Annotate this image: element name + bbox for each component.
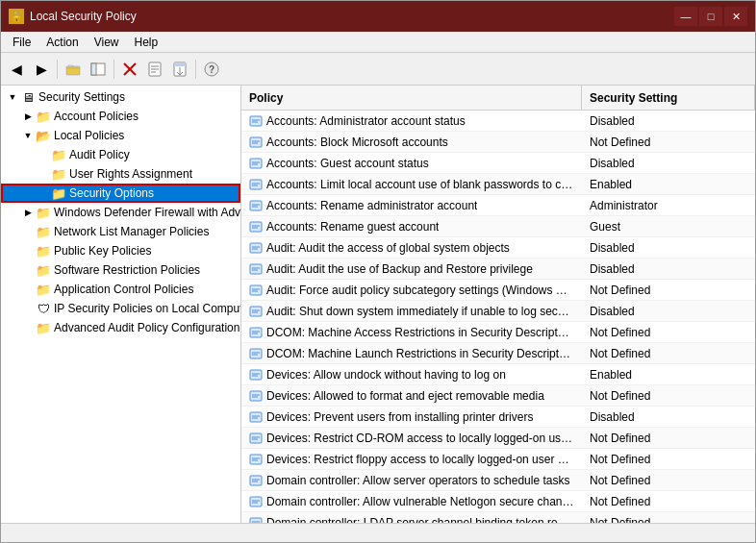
menu-file[interactable]: File [5,34,38,50]
folder-icon-user-rights: 📁 [51,166,66,182]
export-button[interactable] [168,58,191,81]
tree-item-ip-security[interactable]: ▶ 🛡 IP Security Policies on Local Comput… [1,299,240,318]
tree-item-windows-firewall[interactable]: ▶ 📁 Windows Defender Firewall with Adva.… [1,203,240,222]
folder-icon-network-list: 📁 [36,224,51,239]
delete-button[interactable] [118,58,141,81]
help-button[interactable]: ? [200,58,223,81]
tree-label-software-restriction: Software Restriction Policies [54,263,200,277]
list-row[interactable]: Audit: Shut down system immediately if u… [241,301,755,322]
list-row[interactable]: Audit: Audit the access of global system… [241,237,755,259]
list-row[interactable]: Audit: Audit the use of Backup and Resto… [241,259,755,280]
list-row[interactable]: Accounts: Block Microsoft accountsNot De… [241,132,755,153]
policy-cell: Devices: Restrict CD-ROM access to local… [241,430,582,447]
policy-cell: Devices: Restrict floppy access to local… [241,451,582,468]
tree-item-software-restriction[interactable]: ▶ 📁 Software Restriction Policies [1,260,240,280]
svg-rect-26 [250,201,262,210]
tree-item-network-list[interactable]: ▶ 📁 Network List Manager Policies [1,222,240,241]
security-setting: Not Defined [582,451,755,468]
tree-panel[interactable]: ▼ 🖥 Security Settings ▶ 📁 Account Polici… [1,86,241,523]
policy-name: Accounts: Guest account status [266,157,429,170]
minimize-button[interactable]: — [674,7,697,26]
tree-item-advanced-audit[interactable]: ▶ 📁 Advanced Audit Policy Configuration [1,318,240,337]
tree-item-audit-policy[interactable]: ▶ 📁 Audit Policy [1,145,240,164]
tree-label-audit-policy: Audit Policy [69,148,130,161]
maximize-button[interactable]: □ [699,7,722,26]
list-row[interactable]: Devices: Allow undock without having to … [241,364,755,385]
policy-name: Audit: Shut down system immediately if u… [266,305,574,318]
tree-item-security-options[interactable]: ▶ 📁 Security Options [1,184,240,203]
list-row[interactable]: Accounts: Rename guest accountGuest [241,216,755,237]
list-row[interactable]: Domain controller: LDAP server channel b… [241,512,755,523]
folder-icon-public-key: 📁 [36,243,51,259]
close-button[interactable]: ✕ [724,7,747,26]
menu-action[interactable]: Action [38,34,86,50]
policy-name: Accounts: Rename administrator account [266,199,477,212]
toolbar: ◀ ▶ ? [1,53,755,86]
list-body[interactable]: Accounts: Administrator account statusDi… [241,111,755,523]
expand-local-policies[interactable]: ▼ [20,128,36,143]
folder-up-button[interactable] [62,58,85,81]
tree-item-local-policies[interactable]: ▼ 📂 Local Policies [1,126,240,145]
list-row[interactable]: Devices: Restrict CD-ROM access to local… [241,428,755,449]
menu-view[interactable]: View [87,34,127,50]
tree-label-advanced-audit: Advanced Audit Policy Configuration [54,321,239,334]
tree-label-public-key: Public Key Policies [54,244,151,258]
svg-rect-65 [250,476,262,485]
header-setting[interactable]: Security Setting [582,86,755,110]
tree-item-security-settings[interactable]: ▼ 🖥 Security Settings [1,87,240,107]
svg-rect-35 [250,264,262,274]
expand-account-policies[interactable]: ▶ [20,109,36,124]
expand-security-settings[interactable]: ▼ [5,89,20,105]
list-row[interactable]: Devices: Prevent users from installing p… [241,407,755,428]
policy-icon [249,178,263,191]
security-setting: Not Defined [582,282,755,299]
folder-icon-account-policies: 📁 [36,109,51,124]
policy-icon [249,389,263,403]
folder-icon-windows-firewall: 📁 [36,205,51,220]
policy-icon [249,199,263,212]
security-setting: Not Defined [582,493,755,510]
list-row[interactable]: Devices: Restrict floppy access to local… [241,449,755,470]
list-row[interactable]: DCOM: Machine Access Restrictions in Sec… [241,322,755,343]
back-button[interactable]: ◀ [5,58,28,81]
tree-item-public-key[interactable]: ▶ 📁 Public Key Policies [1,241,240,260]
folder-icon-security-options: 📁 [51,185,66,201]
header-policy-label: Policy [249,91,283,105]
list-row[interactable]: Audit: Force audit policy subcategory se… [241,280,755,301]
main-content: ▼ 🖥 Security Settings ▶ 📁 Account Polici… [1,86,755,523]
folder-icon-security-settings: 🖥 [20,89,36,105]
expand-windows-firewall[interactable]: ▶ [20,205,36,220]
menu-help[interactable]: Help [127,34,166,50]
list-row[interactable]: Accounts: Rename administrator accountAd… [241,195,755,216]
policy-icon [249,368,263,382]
tree-label-security-options: Security Options [69,186,154,200]
list-row[interactable]: DCOM: Machine Launch Restrictions in Sec… [241,343,755,364]
forward-button[interactable]: ▶ [30,58,53,81]
policy-name: Devices: Allowed to format and eject rem… [266,389,544,403]
list-row[interactable]: Domain controller: Allow server operator… [241,470,755,491]
policy-name: Audit: Force audit policy subcategory se… [266,284,574,297]
show-hide-button[interactable] [87,58,110,81]
security-setting: Not Defined [582,134,755,151]
security-setting: Not Defined [582,472,755,489]
policy-icon [249,410,263,424]
list-row[interactable]: Devices: Allowed to format and eject rem… [241,385,755,407]
menu-bar: File Action View Help [1,32,755,53]
list-row[interactable]: Accounts: Administrator account statusDi… [241,111,755,132]
tree-item-account-policies[interactable]: ▶ 📁 Account Policies [1,107,240,126]
header-setting-label: Security Setting [590,91,677,105]
list-row[interactable]: Accounts: Guest account statusDisabled [241,153,755,174]
properties-button[interactable] [143,58,166,81]
svg-rect-44 [250,328,262,337]
svg-rect-50 [250,370,262,380]
tree-item-user-rights[interactable]: ▶ 📁 User Rights Assignment [1,164,240,184]
list-row[interactable]: Accounts: Limit local account use of bla… [241,174,755,195]
svg-rect-20 [250,159,262,168]
policy-cell: Accounts: Rename administrator account [241,197,582,214]
security-setting: Disabled [582,408,755,426]
tree-item-application-control[interactable]: ▶ 📁 Application Control Policies [1,280,240,299]
list-row[interactable]: Domain controller: Allow vulnerable Netl… [241,491,755,512]
header-policy[interactable]: Policy [241,86,582,110]
svg-rect-38 [250,285,262,295]
svg-rect-14 [250,116,262,126]
